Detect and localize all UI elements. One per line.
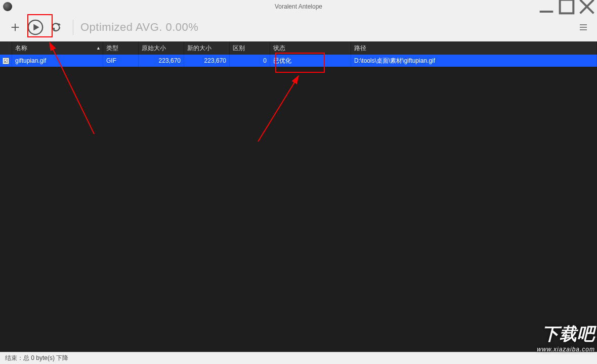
- cell-type: GIF: [103, 55, 139, 67]
- col-type[interactable]: 类型: [103, 41, 139, 55]
- optimized-avg-label: Optimized AVG. 0.00%: [80, 21, 198, 34]
- file-table: 名称▲ 类型 原始大小 新的大小 区别 状态 路径 ☑ giftupian.gi…: [0, 41, 597, 352]
- add-button[interactable]: [5, 17, 25, 37]
- refresh-button[interactable]: [46, 17, 66, 37]
- watermark-title: 下载吧: [537, 323, 595, 346]
- col-type-label: 类型: [106, 44, 118, 53]
- table-row[interactable]: ☑ giftupian.gif GIF 223,670 223,670 0 已优…: [0, 55, 597, 67]
- col-name-label: 名称: [15, 44, 27, 53]
- col-original-size[interactable]: 原始大小: [139, 41, 184, 55]
- toolbar-divider: [73, 20, 73, 35]
- col-diff[interactable]: 区别: [230, 41, 270, 55]
- title-bar: Voralent Antelope: [0, 0, 597, 13]
- toolbar: Optimized AVG. 0.00%: [0, 13, 597, 41]
- col-original-size-label: 原始大小: [142, 44, 166, 53]
- col-new-size-label: 新的大小: [187, 44, 211, 53]
- col-path-label: 路径: [354, 44, 366, 53]
- cell-original-size: 223,670: [139, 55, 184, 67]
- col-path[interactable]: 路径: [351, 41, 597, 55]
- window-title: Voralent Antelope: [275, 3, 322, 10]
- maximize-button[interactable]: [557, 0, 577, 13]
- app-logo-icon: [3, 2, 12, 11]
- svg-marker-7: [33, 24, 39, 30]
- table-header: 名称▲ 类型 原始大小 新的大小 区别 状态 路径: [0, 41, 597, 55]
- cell-diff: 0: [230, 55, 270, 67]
- col-new-size[interactable]: 新的大小: [184, 41, 230, 55]
- cell-path: D:\tools\桌面\素材\giftupian.gif: [351, 55, 597, 67]
- close-button[interactable]: [577, 0, 597, 13]
- col-name[interactable]: 名称▲: [12, 41, 103, 55]
- run-button[interactable]: [25, 17, 46, 37]
- row-checkbox[interactable]: ☑: [3, 58, 9, 64]
- watermark: 下载吧 www.xiazaiba.com: [537, 323, 595, 353]
- sort-asc-icon: ▲: [96, 46, 101, 51]
- col-checkbox[interactable]: [0, 41, 12, 55]
- cell-name: giftupian.gif: [12, 55, 103, 67]
- svg-rect-1: [560, 0, 574, 13]
- minimize-button[interactable]: [536, 0, 557, 13]
- cell-status: 已优化: [270, 55, 351, 67]
- watermark-url: www.xiazaiba.com: [537, 346, 595, 353]
- status-text: 结束：总 0 byte(s) 下降: [5, 354, 68, 362]
- col-status[interactable]: 状态: [270, 41, 351, 55]
- col-diff-label: 区别: [233, 44, 245, 53]
- status-bar: 结束：总 0 byte(s) 下降: [0, 352, 597, 364]
- col-status-label: 状态: [273, 44, 285, 53]
- table-empty-area: [0, 67, 597, 352]
- cell-new-size: 223,670: [184, 55, 230, 67]
- menu-button[interactable]: [575, 19, 592, 36]
